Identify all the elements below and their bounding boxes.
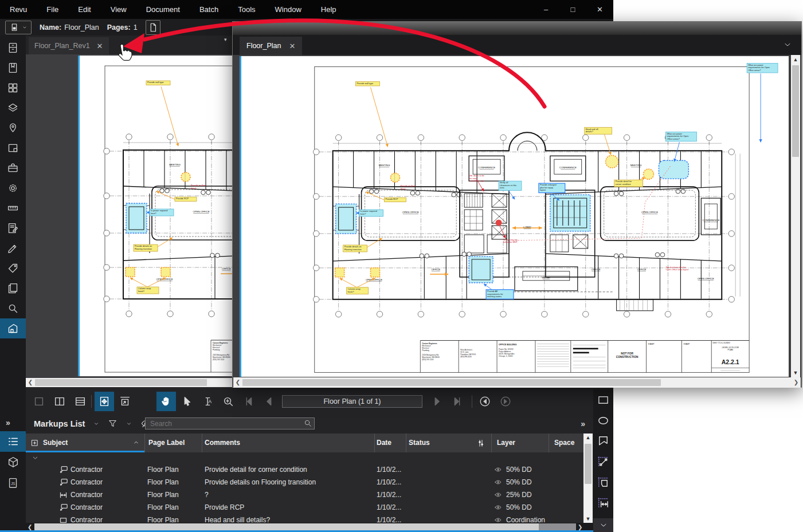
- sidebar-panel-tags[interactable]: [0, 258, 26, 278]
- markup-row-1[interactable]: ContractorFloor PlanProvide detail for c…: [26, 464, 583, 476]
- menu-document[interactable]: Document: [136, 0, 190, 19]
- search-icon[interactable]: [303, 419, 312, 428]
- polygon-tool-button[interactable]: [593, 431, 613, 451]
- tab-options-caret-icon[interactable]: ▾: [224, 37, 227, 42]
- collapse-tools-button[interactable]: [593, 518, 613, 532]
- menu-edit[interactable]: Edit: [68, 0, 100, 19]
- layer-visibility-eye-icon[interactable]: [494, 491, 502, 499]
- floating-document-window[interactable]: Floor_Plan ✕ Casture EngineersMechanical…: [232, 21, 802, 388]
- filter-icon[interactable]: [108, 419, 117, 428]
- layer-visibility-eye-icon[interactable]: [494, 516, 502, 523]
- sidebar-panel-sets[interactable]: [0, 278, 26, 298]
- markup-row-5[interactable]: ContractorFloor PlanHead and sill detail…: [26, 514, 583, 523]
- expand-all-icon[interactable]: [30, 439, 39, 447]
- tab-floor-plan[interactable]: Floor_Plan ✕: [240, 37, 302, 55]
- filter-dropdown-icon[interactable]: [126, 420, 132, 427]
- column-status[interactable]: Status: [409, 439, 430, 447]
- view-split-h-button[interactable]: [70, 392, 90, 411]
- sidebar-panel-links[interactable]: [0, 138, 26, 158]
- text-select-button[interactable]: A: [198, 392, 217, 411]
- document-profile-dropdown[interactable]: [5, 21, 32, 34]
- layer-visibility-eye-icon[interactable]: [494, 503, 502, 511]
- floating-document-canvas[interactable]: Casture EngineersMechanicalElectricalPlu…: [233, 55, 801, 377]
- rectangle-tool-button[interactable]: [593, 389, 613, 410]
- length-measurement-tool-button[interactable]: [593, 492, 613, 513]
- circ-back-button[interactable]: [475, 392, 495, 411]
- select-button[interactable]: [177, 392, 197, 411]
- nav-first-button[interactable]: [239, 392, 258, 411]
- scroll-thumb[interactable]: [585, 444, 592, 484]
- sidebar-panel-tool-chest[interactable]: [0, 158, 26, 178]
- menu-view[interactable]: View: [101, 0, 136, 19]
- scroll-up-icon[interactable]: ▲: [791, 57, 800, 62]
- sidebar-panel-markup-summary[interactable]: [0, 218, 26, 238]
- sidebar-panel-studio[interactable]: [0, 318, 26, 338]
- circ-fwd-button[interactable]: [496, 392, 515, 411]
- vertical-scrollbar[interactable]: ▲ ▼: [791, 55, 800, 377]
- scroll-left-icon[interactable]: ❮: [233, 378, 242, 387]
- sidebar-panel-calibrate[interactable]: [0, 238, 26, 258]
- expand-panels-icon[interactable]: »: [6, 418, 26, 427]
- collapse-group-icon[interactable]: [32, 454, 39, 462]
- horizontal-scrollbar[interactable]: ❮ ❯: [233, 377, 801, 388]
- markup-row-3[interactable]: ContractorFloor Plan?1/10/2...25% DD: [26, 489, 583, 502]
- sidebar-panel-measurements[interactable]: [0, 198, 26, 218]
- sort-asc-icon[interactable]: [132, 439, 140, 446]
- page-navigation-display[interactable]: [282, 395, 422, 408]
- tab-close-icon[interactable]: ✕: [289, 42, 295, 50]
- page-resize-button[interactable]: [115, 392, 135, 411]
- scroll-thumb[interactable]: [792, 65, 799, 157]
- menu-file[interactable]: File: [37, 0, 68, 19]
- column-page-label[interactable]: Page Label: [148, 439, 185, 447]
- menu-batch[interactable]: Batch: [190, 0, 228, 19]
- markup-row-2[interactable]: ContractorFloor PlanProvide details on F…: [26, 476, 583, 489]
- minimize-button[interactable]: –: [532, 0, 559, 19]
- page-move-button[interactable]: [95, 392, 114, 411]
- scroll-down-icon[interactable]: ▼: [791, 370, 800, 376]
- nav-next-button[interactable]: [427, 392, 446, 411]
- layer-visibility-eye-icon[interactable]: [494, 466, 502, 474]
- area-measurement-tool-button[interactable]: [593, 472, 613, 492]
- maximize-button[interactable]: □: [559, 0, 586, 19]
- menu-revu[interactable]: Revu: [0, 0, 37, 19]
- panel-javascript[interactable]: JS: [0, 472, 26, 493]
- nav-prev-button[interactable]: [260, 392, 279, 411]
- markup-row-4[interactable]: ContractorFloor PlanProvide RCP1/10/2...…: [26, 502, 583, 514]
- floor-plan-page[interactable]: Casture EngineersMechanicalElectricalPlu…: [240, 56, 789, 377]
- menu-window[interactable]: Window: [265, 0, 311, 19]
- view-single-button[interactable]: [29, 392, 49, 411]
- status-filter-icon[interactable]: [476, 439, 485, 448]
- scroll-down-icon[interactable]: ▼: [583, 516, 593, 522]
- sidebar-panel-layers[interactable]: [0, 98, 26, 118]
- zoom-button[interactable]: [218, 392, 238, 411]
- column-layer[interactable]: Layer: [497, 439, 515, 447]
- sidebar-panel-search[interactable]: [0, 298, 26, 318]
- markups-list-dropdown-icon[interactable]: [93, 420, 100, 427]
- scroll-thumb[interactable]: [242, 379, 661, 386]
- close-button[interactable]: ✕: [586, 0, 613, 19]
- polyline-measurement-tool-button[interactable]: [593, 451, 613, 472]
- panel-markups-list[interactable]: [0, 431, 26, 452]
- scroll-up-icon[interactable]: ▲: [583, 435, 593, 440]
- column-subject[interactable]: Subject: [43, 439, 68, 447]
- pan-button[interactable]: [156, 392, 176, 411]
- floating-window-titlebar[interactable]: [233, 22, 801, 35]
- column-date[interactable]: Date: [377, 439, 391, 447]
- layer-visibility-eye-icon[interactable]: [494, 478, 502, 486]
- tab-close-icon[interactable]: ✕: [97, 42, 103, 50]
- sidebar-panel-file-access[interactable]: [0, 38, 26, 58]
- menu-tools[interactable]: Tools: [228, 0, 265, 19]
- search-input[interactable]: [145, 417, 315, 429]
- markups-vertical-scrollbar[interactable]: ▲ ▼: [583, 434, 593, 523]
- scroll-thumb[interactable]: [35, 379, 207, 386]
- collapse-panel-icon[interactable]: »: [581, 419, 585, 428]
- column-comments[interactable]: Comments: [205, 439, 240, 447]
- panel-3d-model-tree[interactable]: [0, 452, 26, 472]
- sidebar-panel-bookmarks[interactable]: [0, 58, 26, 78]
- menu-help[interactable]: Help: [311, 0, 346, 19]
- sidebar-panel-spaces[interactable]: [0, 118, 26, 138]
- sidebar-panel-properties[interactable]: [0, 178, 26, 198]
- column-space[interactable]: Space: [554, 439, 574, 447]
- tab-floor-plan-rev1[interactable]: Floor_Plan_Rev1 ✕: [29, 37, 109, 54]
- new-page-button[interactable]: [146, 20, 160, 35]
